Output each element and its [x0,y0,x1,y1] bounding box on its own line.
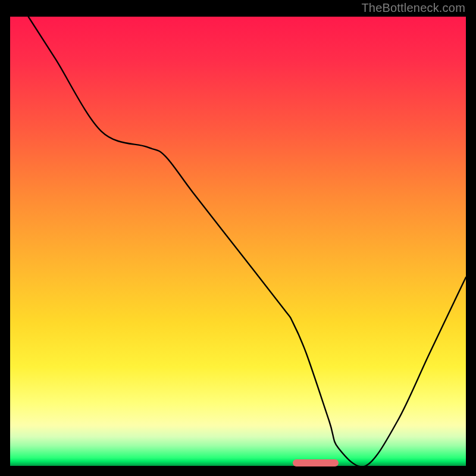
chart-frame: TheBottleneck.com [0,0,476,476]
plot-area [10,17,466,466]
curve-svg [10,17,466,466]
bottleneck-curve [29,17,466,466]
optimal-range-marker [293,459,339,466]
attribution-text: TheBottleneck.com [361,1,465,15]
